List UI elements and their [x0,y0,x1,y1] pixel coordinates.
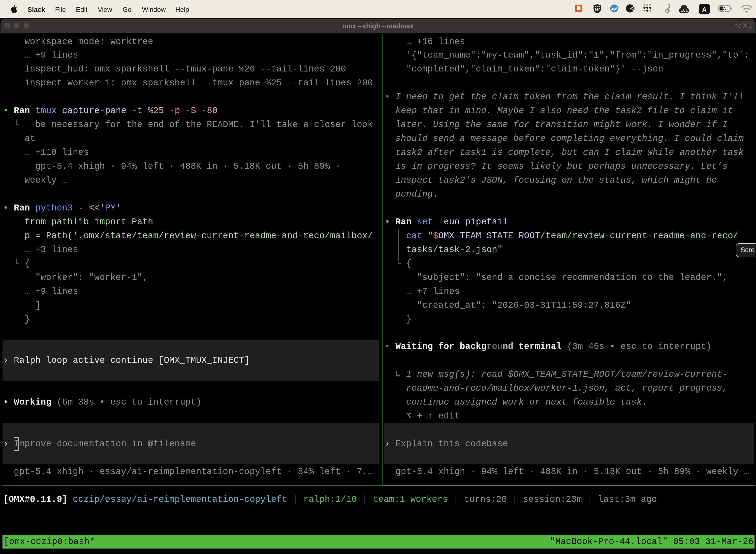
svg-text:..61: ..61 [681,8,688,13]
svg-text:A: A [702,6,707,13]
